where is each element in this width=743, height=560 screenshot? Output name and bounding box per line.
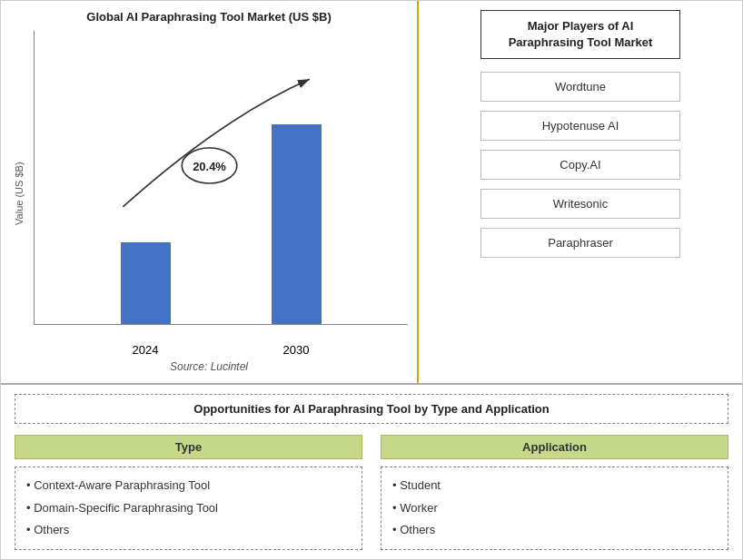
player-paraphraser: Paraphraser — [480, 228, 680, 258]
type-column: Type Context-Aware Paraphrasing Tool Dom… — [15, 435, 362, 550]
chart-plot: 20.4% 2024 2030 — [25, 31, 408, 357]
application-items: Student Worker Others — [381, 467, 728, 550]
bottom-section: Opportunities for AI Paraphrasing Tool b… — [1, 384, 742, 559]
player-copyai: Copy.AI — [480, 150, 680, 180]
source-text: Source: Lucintel — [10, 357, 408, 378]
type-item-1: Domain-Specific Paraphrasing Tool — [26, 497, 351, 520]
application-column: Application Student Worker Others — [381, 435, 728, 550]
player-writesonic: Writesonic — [480, 189, 680, 219]
svg-point-1 — [182, 148, 237, 183]
x-axis-labels: 2024 2030 — [34, 343, 408, 357]
top-section: Global AI Paraphrasing Tool Market (US $… — [1, 1, 742, 384]
opportunities-title: Opportunities for AI Paraphrasing Tool b… — [15, 394, 728, 424]
players-title: Major Players of AI Paraphrasing Tool Ma… — [480, 10, 680, 59]
bar-group-2030 — [272, 124, 322, 324]
type-item-2: Others — [26, 519, 351, 542]
bar-2030 — [272, 124, 322, 324]
bar-group-2024 — [121, 242, 171, 324]
x-label-2030: 2030 — [283, 343, 310, 357]
chart-area: Global AI Paraphrasing Tool Market (US $… — [1, 1, 419, 383]
players-area: Major Players of AI Paraphrasing Tool Ma… — [419, 1, 742, 383]
type-header: Type — [15, 435, 362, 459]
player-hypotenuse: Hypotenuse AI — [480, 111, 680, 141]
bar-2024 — [121, 242, 171, 324]
application-header: Application — [381, 435, 728, 459]
type-items: Context-Aware Paraphrasing Tool Domain-S… — [15, 467, 362, 550]
opportunities-columns: Type Context-Aware Paraphrasing Tool Dom… — [15, 435, 728, 550]
y-axis-label: Value (US $B) — [10, 31, 25, 357]
chart-body: Value (US $B) — [10, 31, 408, 357]
player-wordtune: Wordtune — [480, 72, 680, 102]
application-item-2: Others — [392, 519, 717, 542]
main-container: Global AI Paraphrasing Tool Market (US $… — [0, 0, 743, 560]
x-label-2024: 2024 — [133, 343, 159, 357]
application-item-0: Student — [392, 475, 717, 497]
chart-arrow-svg: 20.4% — [35, 31, 408, 324]
svg-text:20.4%: 20.4% — [193, 160, 226, 173]
application-item-1: Worker — [392, 497, 717, 520]
type-item-0: Context-Aware Paraphrasing Tool — [26, 475, 351, 497]
chart-title: Global AI Paraphrasing Tool Market (US $… — [10, 10, 408, 24]
bars-container: 20.4% — [34, 31, 408, 325]
